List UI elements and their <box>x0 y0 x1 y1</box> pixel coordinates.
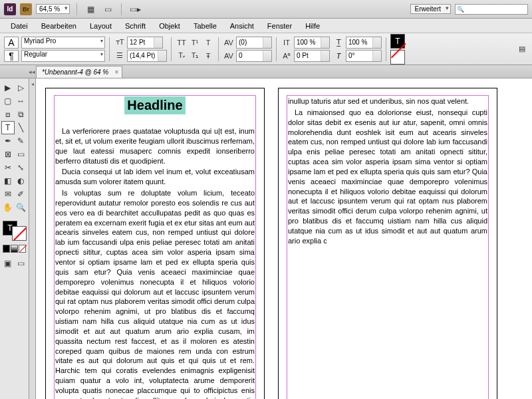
hand-tool[interactable]: ✋ <box>1 201 15 214</box>
title-bar: Id Br 64,5 % ▦ ▭ ▭▸ Erweitert <box>0 0 532 19</box>
font-size-icon: ᴛT <box>114 37 126 49</box>
normal-view-icon[interactable]: ▣ <box>1 257 15 270</box>
kerning-input[interactable]: (0) <box>236 37 272 49</box>
page-tool[interactable]: ▢ <box>1 94 15 108</box>
subscript-icon[interactable]: T₁ <box>189 50 201 62</box>
skew-input[interactable]: 0° <box>346 50 382 62</box>
divider <box>276 37 277 61</box>
paragraph-mode-icon[interactable]: ¶ <box>4 50 19 62</box>
bridge-icon[interactable]: Br <box>20 3 32 15</box>
menu-fenster[interactable]: Fenster <box>262 19 297 33</box>
body-text-2[interactable]: inullup taturis atur sed et underibus, s… <box>288 96 487 246</box>
allcaps-icon[interactable]: TT <box>176 37 188 49</box>
hscale-icon: T̲ <box>332 37 344 49</box>
horizontal-scale-input[interactable]: 100 % <box>346 37 382 49</box>
tracking-icon: A͏V <box>223 50 235 62</box>
gradient-swatch-tool[interactable]: ◧ <box>1 174 15 188</box>
screen-mode-icon[interactable]: ▭ <box>101 3 114 15</box>
underline-icon[interactable]: T <box>202 37 214 49</box>
gap-tool[interactable]: ↔ <box>15 94 28 108</box>
pen-tool[interactable]: ✒ <box>1 134 15 148</box>
type-tool[interactable]: T <box>1 121 15 134</box>
smallcaps-icon[interactable]: Tᵣ <box>176 50 188 62</box>
panel-collapse-strip[interactable]: ◂ <box>29 78 36 399</box>
divider <box>218 37 219 61</box>
main-area: ▶▷ ▢↔ ⧈⧉ T╲ ✒✎ ⊠▭ ✂⤡ ◧◐ ✉✐ ✋🔍 T ▣▭ ◂ Hea… <box>0 78 532 399</box>
view-options-icon[interactable]: ▦ <box>84 3 97 15</box>
page-right: inullup taturis atur sed et underibus, s… <box>278 88 497 399</box>
char-para-toggle: A ¶ <box>4 37 19 62</box>
baseline-shift-input[interactable]: 0 Pt <box>294 50 330 62</box>
paragraph[interactable]: inullup taturis atur sed et underibus, s… <box>288 96 487 106</box>
paragraph[interactable]: Is voluptas sum re doluptate volum liciu… <box>55 188 255 399</box>
document-tab-bar: ◂◂ *Unbenannt-4 @ 64 % <box>0 65 532 78</box>
apply-gradient-icon[interactable] <box>11 245 18 253</box>
toolbox: ▶▷ ▢↔ ⧈⧉ T╲ ✒✎ ⊠▭ ✂⤡ ◧◐ ✉✐ ✋🔍 T ▣▭ <box>0 78 29 399</box>
menu-schrift[interactable]: Schrift <box>120 19 151 33</box>
character-mode-icon[interactable]: A <box>4 37 19 49</box>
workspace-select[interactable]: Erweitert <box>410 4 451 14</box>
baseline-icon: Aª <box>281 50 293 62</box>
search-wrapper <box>455 4 528 15</box>
eyedropper-tool[interactable]: ✐ <box>15 188 28 201</box>
pencil-tool[interactable]: ✎ <box>15 134 28 148</box>
note-tool[interactable]: ✉ <box>1 188 15 201</box>
paragraph[interactable]: Ducia consequi ut lab idem vel inum et, … <box>55 167 255 187</box>
leading-icon: ☰ <box>114 50 126 62</box>
indesign-icon: Id <box>4 3 16 15</box>
panel-menu-icon[interactable]: ▤ <box>516 43 528 55</box>
stroke-swatch[interactable] <box>12 226 27 241</box>
divider <box>121 3 122 15</box>
search-input[interactable] <box>455 4 528 15</box>
gradient-feather-tool[interactable]: ◐ <box>15 174 28 188</box>
document-canvas[interactable]: Headline La verferiorere praes quatatae … <box>36 78 532 399</box>
direct-selection-tool[interactable]: ▷ <box>15 81 28 94</box>
divider <box>109 37 110 61</box>
zoom-select[interactable]: 64,5 % <box>36 4 70 14</box>
headline-text[interactable]: Headline <box>124 96 185 114</box>
menu-objekt[interactable]: Objekt <box>154 19 186 33</box>
menu-bearbeiten[interactable]: Bearbeiten <box>36 19 82 33</box>
divider <box>171 37 172 61</box>
rectangle-tool[interactable]: ▭ <box>15 148 28 161</box>
font-style-select[interactable]: Regular <box>21 50 105 62</box>
zoom-tool[interactable]: 🔍 <box>15 201 28 214</box>
vertical-scale-input[interactable]: 100 % <box>294 37 330 49</box>
text-stroke-swatch[interactable] <box>390 50 405 65</box>
menu-datei[interactable]: Datei <box>5 19 33 33</box>
arrange-icon[interactable]: ▭▸ <box>128 3 142 15</box>
preview-icon[interactable]: ▭ <box>15 257 28 270</box>
document-tab[interactable]: *Unbenannt-4 @ 64 % <box>36 66 122 78</box>
menu-ansicht[interactable]: Ansicht <box>225 19 259 33</box>
font-size-input[interactable]: 12 Pt <box>127 37 163 49</box>
selection-tool[interactable]: ▶ <box>1 81 15 94</box>
scissors-tool[interactable]: ✂ <box>1 161 15 174</box>
content-placer-tool[interactable]: ⧉ <box>15 108 28 121</box>
body-text-1[interactable]: La verferiorere praes quatatae voluptusd… <box>55 126 255 399</box>
free-transform-tool[interactable]: ⤡ <box>15 161 28 174</box>
apply-none-icon[interactable] <box>19 245 26 253</box>
superscript-icon[interactable]: T¹ <box>189 37 201 49</box>
font-family-select[interactable]: Myriad Pro <box>21 37 105 49</box>
apply-color-icon[interactable] <box>3 245 10 253</box>
paragraph[interactable]: La verferiorere praes quatatae voluptusd… <box>55 126 255 166</box>
kerning-icon: A͏V <box>223 37 235 49</box>
leading-input[interactable]: (14,4 Pt) <box>127 50 167 62</box>
paragraph[interactable]: La nimaionsed quo ea dolorionse eiust, n… <box>288 108 487 246</box>
menu-layout[interactable]: Layout <box>84 19 117 33</box>
fill-stroke-swatch[interactable]: T <box>3 221 27 241</box>
menu-hilfe[interactable]: Hilfe <box>300 19 325 33</box>
text-frame-2[interactable]: inullup taturis atur sed et underibus, s… <box>288 96 487 399</box>
tab-scroll-icon[interactable]: ◂◂ <box>28 66 36 78</box>
control-panel: A ¶ Myriad Pro Regular ᴛT 12 Pt ☰ (14,4 … <box>0 33 532 65</box>
divider <box>386 37 386 61</box>
text-frame-1[interactable]: Headline La verferiorere praes quatatae … <box>55 96 255 399</box>
content-collector-tool[interactable]: ⧈ <box>1 108 15 121</box>
line-tool[interactable]: ╲ <box>15 121 28 134</box>
rectangle-frame-tool[interactable]: ⊠ <box>1 148 15 161</box>
strikethrough-icon[interactable]: Ŧ <box>202 50 214 62</box>
tracking-input[interactable]: 0 <box>236 50 272 62</box>
menu-tabelle[interactable]: Tabelle <box>188 19 222 33</box>
menu-bar: Datei Bearbeiten Layout Schrift Objekt T… <box>0 19 532 33</box>
skew-icon: T <box>332 50 344 62</box>
